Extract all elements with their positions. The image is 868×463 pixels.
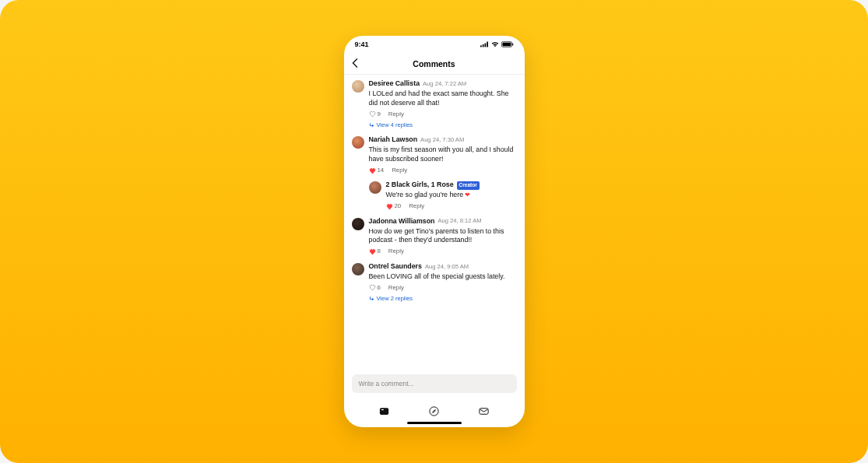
svg-rect-1 xyxy=(482,44,483,47)
comment-text: I LOLed and had the exact same thought. … xyxy=(369,89,517,108)
comment-timestamp: Aug 24, 7:30 AM xyxy=(420,136,464,144)
comment-text-span: We're so glad you're here xyxy=(386,191,466,198)
like-button[interactable]: 9 xyxy=(369,110,381,119)
comment-timestamp: Aug 24, 8:12 AM xyxy=(438,217,481,225)
avatar[interactable] xyxy=(352,263,364,275)
like-count: 9 xyxy=(378,110,381,119)
svg-rect-7 xyxy=(380,408,388,415)
reply-button[interactable]: Reply xyxy=(409,202,424,211)
heart-icon xyxy=(369,110,376,118)
heart-icon xyxy=(369,248,376,255)
like-button[interactable]: 8 xyxy=(369,247,381,256)
svg-rect-3 xyxy=(487,42,488,47)
view-replies-label: View 2 replies xyxy=(377,295,413,303)
svg-rect-8 xyxy=(381,409,384,410)
stage: 9:41 Comments Desiree Callista Aug 24, 7 xyxy=(0,0,868,463)
avatar[interactable] xyxy=(369,181,381,194)
comment-text: How do we get Tino's parents to listen t… xyxy=(369,227,517,246)
comment-item: Nariah Lawson Aug 24, 7:30 AM This is my… xyxy=(352,135,517,174)
reply-button[interactable]: Reply xyxy=(388,110,404,119)
reply-button[interactable]: Reply xyxy=(388,247,404,256)
comment-composer[interactable]: Write a comment... xyxy=(352,374,517,393)
like-button[interactable]: 14 xyxy=(369,167,385,175)
comment-text: Been LOVING all of the special guests la… xyxy=(369,272,517,282)
wifi-icon xyxy=(491,41,499,47)
heart-icon xyxy=(369,167,376,174)
nav-bar: Comments xyxy=(344,53,525,75)
mail-icon xyxy=(478,405,490,417)
comment-author[interactable]: Nariah Lawson xyxy=(369,135,418,145)
phone-frame: 9:41 Comments Desiree Callista Aug 24, 7 xyxy=(344,36,525,427)
like-button[interactable]: 6 xyxy=(369,284,381,293)
avatar[interactable] xyxy=(352,218,364,230)
like-count: 14 xyxy=(378,167,385,175)
like-count: 8 xyxy=(378,247,381,256)
svg-rect-2 xyxy=(484,44,486,47)
reply-arrow-icon xyxy=(369,123,374,128)
composer-placeholder: Write a comment... xyxy=(359,380,414,388)
nav-title: Comments xyxy=(413,59,455,68)
heart-icon xyxy=(386,203,393,210)
avatar[interactable] xyxy=(352,136,364,149)
reply-button[interactable]: Reply xyxy=(392,167,407,175)
comment-body: 2 Black Girls, 1 Rose Creator We're so g… xyxy=(386,181,517,210)
view-replies-label: View 4 replies xyxy=(377,121,413,129)
home-icon xyxy=(378,405,390,417)
comment-author[interactable]: 2 Black Girls, 1 Rose xyxy=(386,181,454,190)
like-button[interactable]: 20 xyxy=(386,202,402,211)
like-count: 20 xyxy=(395,202,402,211)
svg-rect-10 xyxy=(480,408,488,414)
tab-explore[interactable] xyxy=(428,405,440,420)
comments-list[interactable]: Desiree Callista Aug 24, 7:22 AM I LOLed… xyxy=(344,75,525,371)
comment-item: Desiree Callista Aug 24, 7:22 AM I LOLed… xyxy=(352,79,517,129)
compass-icon xyxy=(428,405,440,417)
cellular-icon xyxy=(480,41,489,47)
status-time: 9:41 xyxy=(355,40,369,48)
reply-arrow-icon xyxy=(369,296,374,302)
comment-timestamp: Aug 24, 9:05 AM xyxy=(425,263,469,271)
heart-emoji-icon: ❤ xyxy=(465,191,470,198)
view-replies-button[interactable]: View 2 replies xyxy=(369,295,517,303)
comment-author[interactable]: Desiree Callista xyxy=(369,79,420,89)
view-replies-button[interactable]: View 4 replies xyxy=(369,121,517,129)
comment-body: Desiree Callista Aug 24, 7:22 AM I LOLed… xyxy=(369,79,517,129)
avatar[interactable] xyxy=(352,80,364,93)
comment-text: We're so glad you're here ❤ xyxy=(386,191,517,200)
comment-item: Ontrel Saunders Aug 24, 9:05 AM Been LOV… xyxy=(352,262,517,303)
svg-rect-6 xyxy=(512,44,513,46)
svg-rect-0 xyxy=(480,45,482,47)
comment-item: Jadonna Williamson Aug 24, 8:12 AM How d… xyxy=(352,217,517,256)
heart-icon xyxy=(369,284,376,291)
back-button[interactable] xyxy=(352,58,358,70)
chevron-left-icon xyxy=(352,58,358,68)
comment-body: Jadonna Williamson Aug 24, 8:12 AM How d… xyxy=(369,217,517,256)
reply-button[interactable]: Reply xyxy=(388,284,404,293)
tab-home[interactable] xyxy=(378,405,390,420)
svg-rect-5 xyxy=(502,43,511,46)
tab-messages[interactable] xyxy=(478,405,490,420)
creator-badge: Creator xyxy=(457,181,480,190)
comment-body: Nariah Lawson Aug 24, 7:30 AM This is my… xyxy=(369,135,517,174)
comment-timestamp: Aug 24, 7:22 AM xyxy=(423,80,466,88)
home-indicator[interactable] xyxy=(407,422,462,424)
battery-icon xyxy=(501,41,514,47)
comment-author[interactable]: Jadonna Williamson xyxy=(369,217,435,226)
svg-point-9 xyxy=(430,406,438,415)
comment-author[interactable]: Ontrel Saunders xyxy=(369,262,422,272)
status-icons xyxy=(480,41,514,47)
status-bar: 9:41 xyxy=(344,36,525,53)
comment-text: This is my first season with you all, an… xyxy=(369,146,517,164)
comment-body: Ontrel Saunders Aug 24, 9:05 AM Been LOV… xyxy=(369,262,517,303)
comment-item-reply: 2 Black Girls, 1 Rose Creator We're so g… xyxy=(369,181,517,210)
like-count: 6 xyxy=(378,284,381,293)
